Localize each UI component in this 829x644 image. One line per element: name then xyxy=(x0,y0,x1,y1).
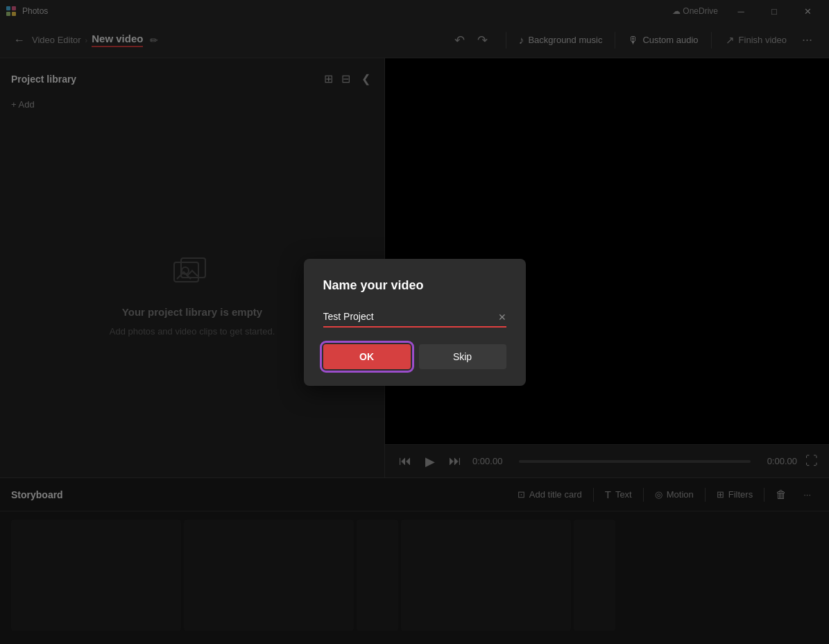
clear-input-button[interactable]: ✕ xyxy=(498,312,506,323)
ok-button[interactable]: OK xyxy=(323,344,411,369)
skip-button[interactable]: Skip xyxy=(419,344,506,369)
modal-buttons: OK Skip xyxy=(323,344,506,369)
video-name-input[interactable] xyxy=(323,307,506,328)
name-video-modal: Name your video ✕ OK Skip xyxy=(304,259,526,386)
modal-input-wrapper: ✕ xyxy=(323,307,506,328)
modal-overlay: Name your video ✕ OK Skip xyxy=(0,0,829,644)
modal-title: Name your video xyxy=(323,278,506,293)
